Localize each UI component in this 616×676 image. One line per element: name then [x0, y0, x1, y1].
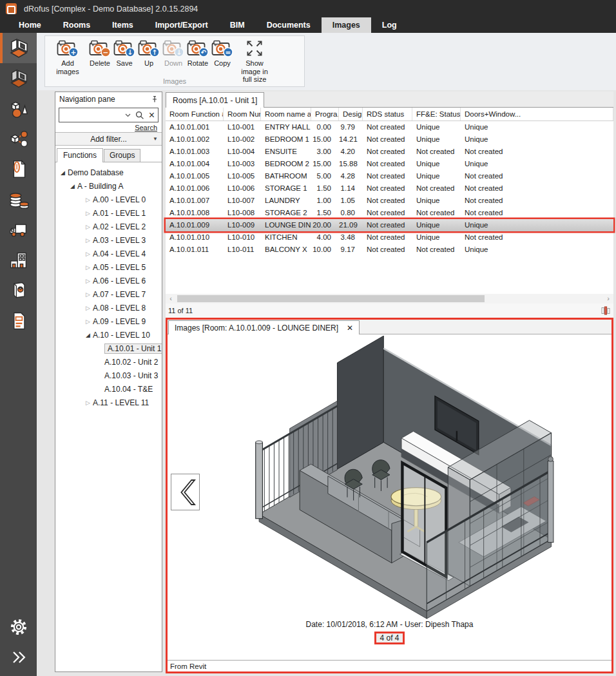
column-header-doors-window[interactable]: Doors+Window...	[461, 108, 613, 121]
table-row[interactable]: A.10.01.008L10-008STORAGE 21.500.80Not c…	[166, 207, 613, 219]
menu-item-bim[interactable]: BIM	[219, 17, 256, 33]
tree-expanded-icon[interactable]: ◢	[68, 183, 77, 189]
tree-collapsed-icon[interactable]: ▷	[83, 224, 93, 230]
tree-expanded-icon[interactable]: ◢	[58, 169, 68, 176]
room-data-icon	[7, 67, 30, 90]
tree-node-a-10-level-10[interactable]: ◢A.10 - LEVEL 10	[55, 328, 162, 342]
table-row[interactable]: A.10.01.010L10-010KITCHEN4.003.48Not cre…	[166, 231, 613, 244]
table-row[interactable]: A.10.01.007L10-007LAUNDRY1.001.05Not cre…	[166, 195, 613, 207]
tree-node-a-building-a[interactable]: ◢A - Building A	[55, 179, 162, 193]
search-clear-icon[interactable]: ×	[149, 111, 155, 120]
scroll-left-arrow-icon[interactable]: ‹	[166, 294, 176, 304]
column-header-rds-status[interactable]: RDS status	[363, 108, 412, 121]
menu-item-log[interactable]: Log	[371, 17, 408, 33]
table-row[interactable]: A.10.01.003L10-004ENSUITE3.004.20Not cre…	[166, 146, 613, 158]
tree-node-a-10-02-unit-2[interactable]: A.10.02 - Unit 2	[55, 355, 162, 369]
table-row[interactable]: A.10.01.005L10-005BATHROOM5.004.28Not cr…	[166, 170, 613, 182]
menu-item-home[interactable]: Home	[8, 17, 52, 33]
sidebar-item-logistics[interactable]	[0, 215, 37, 245]
tree-node-a-10-04-t-e[interactable]: A.10.04 - T&E	[55, 382, 162, 396]
table-row[interactable]: A.10.01.011L10-011BALCONY X10.009.17Not …	[166, 244, 613, 256]
sidebar-item-finance[interactable]	[0, 184, 37, 215]
search-icon[interactable]	[135, 111, 144, 120]
sidebar-item-reports[interactable]	[0, 305, 37, 336]
tree-node-a-11-level-11[interactable]: ▷A.11 - LEVEL 11	[55, 396, 162, 409]
ribbon-button-add-images[interactable]: + Add images	[48, 38, 88, 76]
ribbon-button-delete[interactable]: − Delete	[88, 38, 112, 68]
nav-tab-groups[interactable]: Groups	[104, 149, 140, 162]
column-chooser-icon[interactable]	[601, 306, 610, 315]
scrollbar-track[interactable]	[176, 294, 603, 304]
menu-item-import-export[interactable]: Import/Export	[144, 17, 219, 33]
tree-collapsed-icon[interactable]: ▷	[83, 305, 93, 311]
menu-item-documents[interactable]: Documents	[256, 17, 322, 33]
nav-tab-functions[interactable]: Functions	[57, 148, 103, 162]
sidebar-item-settings[interactable]	[0, 612, 37, 642]
table-row[interactable]: A.10.01.001L10-001ENTRY HALL0.009.79Not …	[166, 121, 613, 133]
column-header-progra[interactable]: Progra...	[311, 108, 339, 121]
sidebar-item-items[interactable]	[0, 93, 37, 124]
tab-images[interactable]: Images [Room: A.10.01.009 - LOUNGE DINER…	[168, 320, 360, 334]
table-row[interactable]: A.10.01.006L10-006STORAGE 11.501.14Not c…	[166, 182, 613, 195]
tree-collapsed-icon[interactable]: ▷	[83, 400, 93, 406]
scroll-right-arrow-icon[interactable]: ›	[603, 294, 613, 304]
pin-icon[interactable]	[151, 95, 159, 103]
previous-image-button[interactable]	[171, 474, 200, 510]
menu-item-images[interactable]: Images	[322, 17, 371, 33]
ribbon-button-copy[interactable]: = Copy	[210, 38, 235, 68]
table-row[interactable]: A.10.01.004L10-003BEDROOM 215.0015.88Not…	[166, 158, 613, 170]
tree-collapsed-icon[interactable]: ▷	[83, 251, 93, 257]
tree-node-demo-database[interactable]: ◢Demo Database	[55, 166, 162, 179]
ribbon-button-save[interactable]: ↓ Save	[112, 38, 137, 68]
sidebar-item-attachments[interactable]	[0, 154, 37, 184]
sidebar-item-rooms[interactable]	[0, 33, 37, 63]
sidebar-item-expand[interactable]	[0, 642, 37, 672]
tree-collapsed-icon[interactable]: ▷	[83, 264, 93, 271]
tree-node-a-03-level-3[interactable]: ▷A.03 - LEVEL 3	[55, 233, 162, 247]
column-header-design[interactable]: Design...	[339, 108, 363, 121]
table-row[interactable]: A.10.01.002L10-002BEDROOM 115.0014.21Not…	[166, 133, 613, 146]
tree-node-a-10-01-unit-1[interactable]: A.10.01 - Unit 1	[55, 342, 162, 355]
tree-collapsed-icon[interactable]: ▷	[83, 318, 93, 325]
tree-collapsed-icon[interactable]: ▷	[83, 291, 93, 298]
column-header-room-numb[interactable]: Room Numb...	[224, 108, 261, 121]
search-link[interactable]: Search	[135, 124, 157, 131]
cell-ff-e-status: Unique	[412, 219, 461, 231]
tree-node-a-08-level-8[interactable]: ▷A.08 - LEVEL 8	[55, 301, 162, 314]
tab-rooms[interactable]: Rooms [A.10.01 - Unit 1]	[166, 92, 264, 108]
ribbon-button-rotate[interactable]: ↶ Rotate	[186, 38, 210, 68]
tree-collapsed-icon[interactable]: ▷	[83, 197, 93, 203]
menu-item-rooms[interactable]: Rooms	[52, 17, 101, 33]
column-header-ff-e-status[interactable]: FF&E: Status	[412, 108, 461, 121]
tree-node-a-04-level-4[interactable]: ▷A.04 - LEVEL 4	[55, 247, 162, 260]
column-header-room-name-an[interactable]: Room name an...	[261, 108, 311, 121]
table-row[interactable]: A.10.01.009L10-009LOUNGE DINER20.0021.09…	[166, 219, 613, 231]
column-header-room-function[interactable]: Room Function #:	[166, 108, 224, 121]
sidebar-item-systems[interactable]	[0, 124, 37, 154]
tree-collapsed-icon[interactable]: ▷	[83, 237, 93, 244]
add-filter-dropdown[interactable]: Add filter... ▼	[55, 132, 162, 146]
scrollbar-thumb[interactable]	[177, 295, 485, 302]
horizontal-scrollbar[interactable]: ‹ ›	[166, 294, 613, 304]
tree-node-a-06-level-6[interactable]: ▷A.06 - LEVEL 6	[55, 274, 162, 287]
tree-expanded-icon[interactable]: ◢	[83, 332, 93, 338]
sidebar-item-buildings[interactable]	[0, 245, 37, 275]
sidebar-item-room-data[interactable]	[0, 63, 37, 93]
tree-collapsed-icon[interactable]: ▷	[83, 210, 93, 217]
tree-node-a-02-level-2[interactable]: ▷A.02 - LEVEL 2	[55, 220, 162, 233]
camera-delete-icon: −	[89, 39, 111, 58]
sidebar-item-product-data[interactable]	[0, 275, 37, 305]
tree-collapsed-icon[interactable]: ▷	[83, 278, 93, 284]
tree-node-a-10-03-unit-3[interactable]: A.10.03 - Unit 3	[55, 369, 162, 382]
tree-node-a-05-level-5[interactable]: ▷A.05 - LEVEL 5	[55, 260, 162, 274]
tree-node-a-01-level-1[interactable]: ▷A.01 - LEVEL 1	[55, 206, 162, 220]
search-dropdown-chevron-icon[interactable]	[125, 113, 131, 117]
close-icon[interactable]: ✕	[347, 324, 353, 333]
tree-node-a-07-level-7[interactable]: ▷A.07 - LEVEL 7	[55, 287, 162, 301]
ribbon-button-down[interactable]: ↓ Down	[161, 38, 186, 68]
menu-item-items[interactable]: Items	[101, 17, 144, 33]
tree-node-a-09-level-9[interactable]: ▷A.09 - LEVEL 9	[55, 314, 162, 328]
ribbon-button-up[interactable]: ↑ Up	[137, 38, 161, 68]
search-input[interactable]: ×	[59, 108, 159, 122]
tree-node-a-00-level-0[interactable]: ▷A.00 - LEVEL 0	[55, 193, 162, 206]
